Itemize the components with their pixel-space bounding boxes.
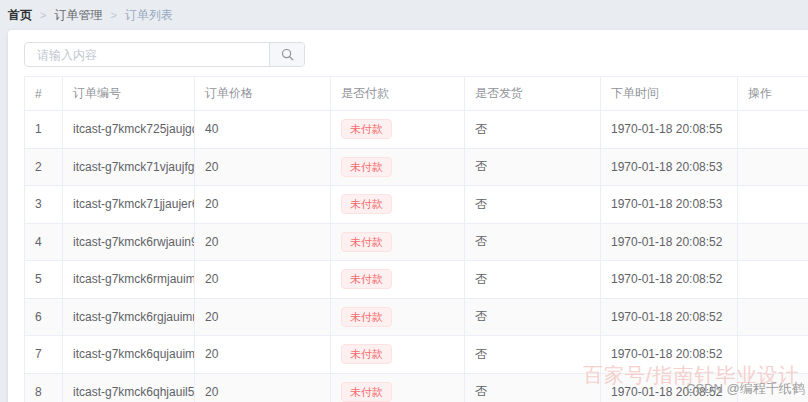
row-index: 6 <box>35 310 42 324</box>
row-index: 2 <box>35 160 42 174</box>
price-cell: 20 <box>195 148 331 186</box>
row-index-cell: 1 <box>25 111 63 149</box>
row-index-cell: 6 <box>25 298 63 336</box>
row-index: 5 <box>35 272 42 286</box>
price-cell: 20 <box>195 373 331 402</box>
order-time: 1970-01-18 20:08:52 <box>611 235 722 249</box>
content-card: # 订单编号 订单价格 是否付款 是否发货 下单时间 操作 1 itcast-g… <box>8 30 808 402</box>
price-cell: 20 <box>195 261 331 299</box>
order-no: itcast-g7kmck6rmjauimx8v <box>73 272 195 286</box>
breadcrumb-item-home[interactable]: 首页 <box>8 7 32 24</box>
order-time-cell: 1970-01-18 20:08:53 <box>601 186 738 224</box>
delivery-status: 否 <box>475 272 487 286</box>
table-row[interactable]: 6 itcast-g7kmck6rgjauimnw4 20 未付款 否 1970… <box>25 298 808 336</box>
pay-status-badge: 未付款 <box>341 307 392 327</box>
col-header-order-no: 订单编号 <box>63 77 195 111</box>
pay-status-badge: 未付款 <box>341 119 392 139</box>
pay-status-badge: 未付款 <box>341 194 392 214</box>
breadcrumb-separator-icon: > <box>40 9 46 21</box>
order-no: itcast-g7kmck71jjaujer6a <box>73 197 195 211</box>
order-no: itcast-g7kmck71vjaujfgoi <box>73 160 195 174</box>
row-index: 3 <box>35 197 42 211</box>
pay-status-cell: 未付款 <box>331 223 465 261</box>
row-index-cell: 3 <box>25 186 63 224</box>
order-time-cell: 1970-01-18 20:08:52 <box>601 223 738 261</box>
delivery-status: 否 <box>475 309 487 323</box>
order-time-cell: 1970-01-18 20:08:52 <box>601 336 738 374</box>
order-list-page: 首页 > 订单管理 > 订单列表 # <box>0 0 808 402</box>
table-row[interactable]: 8 itcast-g7kmck6qhjauil5g2 20 未付款 否 1970… <box>25 373 808 402</box>
delivery-status: 否 <box>475 347 487 361</box>
table-row[interactable]: 7 itcast-g7kmck6qujauim7bv 20 未付款 否 1970… <box>25 336 808 374</box>
pay-status-badge: 未付款 <box>341 344 392 364</box>
row-index: 4 <box>35 235 42 249</box>
actions-cell <box>738 336 808 374</box>
table-row[interactable]: 3 itcast-g7kmck71jjaujer6a 20 未付款 否 1970… <box>25 186 808 224</box>
order-no: itcast-g7kmck6qhjauil5g2 <box>73 385 195 399</box>
order-time-cell: 1970-01-18 20:08:52 <box>601 298 738 336</box>
row-index-cell: 2 <box>25 148 63 186</box>
pay-status-cell: 未付款 <box>331 186 465 224</box>
order-time: 1970-01-18 20:08:55 <box>611 122 722 136</box>
order-price: 20 <box>205 197 218 211</box>
order-price: 20 <box>205 310 218 324</box>
order-price: 20 <box>205 347 218 361</box>
order-time: 1970-01-18 20:08:53 <box>611 197 722 211</box>
actions-cell <box>738 223 808 261</box>
delivery-status-cell: 否 <box>465 111 601 149</box>
order-price: 20 <box>205 235 218 249</box>
pay-status-badge: 未付款 <box>341 232 392 252</box>
search-icon <box>281 48 294 61</box>
delivery-status-cell: 否 <box>465 261 601 299</box>
order-no-cell: itcast-g7kmck725jaujgdts <box>63 111 195 149</box>
row-index: 1 <box>35 122 42 136</box>
order-no-cell: itcast-g7kmck6qhjauil5g2 <box>63 373 195 402</box>
row-index-cell: 5 <box>25 261 63 299</box>
row-index: 8 <box>35 385 42 399</box>
price-cell: 20 <box>195 186 331 224</box>
col-header-actions: 操作 <box>738 77 808 111</box>
col-header-price: 订单价格 <box>195 77 331 111</box>
delivery-status: 否 <box>475 384 487 398</box>
breadcrumb-item-order-management[interactable]: 订单管理 <box>54 7 102 24</box>
order-price: 20 <box>205 160 218 174</box>
table-row[interactable]: 2 itcast-g7kmck71vjaujfgoi 20 未付款 否 1970… <box>25 148 808 186</box>
order-price: 20 <box>205 272 218 286</box>
price-cell: 20 <box>195 336 331 374</box>
breadcrumb: 首页 > 订单管理 > 订单列表 <box>8 0 173 30</box>
search-button[interactable] <box>269 43 304 66</box>
search-input[interactable] <box>25 43 269 66</box>
order-table-body: 1 itcast-g7kmck725jaujgdts 40 未付款 否 1970… <box>25 111 808 402</box>
col-header-order-time: 下单时间 <box>601 77 738 111</box>
breadcrumb-item-order-list: 订单列表 <box>125 7 173 24</box>
delivery-status-cell: 否 <box>465 298 601 336</box>
order-time: 1970-01-18 20:08:53 <box>611 160 722 174</box>
order-no: itcast-g7kmck6qujauim7bv <box>73 347 195 361</box>
delivery-status-cell: 否 <box>465 186 601 224</box>
row-index-cell: 7 <box>25 336 63 374</box>
row-index: 7 <box>35 347 42 361</box>
actions-cell <box>738 261 808 299</box>
delivery-status: 否 <box>475 197 487 211</box>
order-time-cell: 1970-01-18 20:08:53 <box>601 148 738 186</box>
table-row[interactable]: 1 itcast-g7kmck725jaujgdts 40 未付款 否 1970… <box>25 111 808 149</box>
row-index-cell: 8 <box>25 373 63 402</box>
table-row[interactable]: 4 itcast-g7kmck6rwjauin92y 20 未付款 否 1970… <box>25 223 808 261</box>
delivery-status-cell: 否 <box>465 223 601 261</box>
order-no-cell: itcast-g7kmck6rmjauimx8v <box>63 261 195 299</box>
pay-status-cell: 未付款 <box>331 111 465 149</box>
order-time: 1970-01-18 20:08:52 <box>611 310 722 324</box>
price-cell: 20 <box>195 223 331 261</box>
order-price: 40 <box>205 122 218 136</box>
pay-status-badge: 未付款 <box>341 382 392 402</box>
table-row[interactable]: 5 itcast-g7kmck6rmjauimx8v 20 未付款 否 1970… <box>25 261 808 299</box>
actions-cell <box>738 298 808 336</box>
order-no: itcast-g7kmck6rgjauimnw4 <box>73 310 195 324</box>
order-no-cell: itcast-g7kmck6qujauim7bv <box>63 336 195 374</box>
order-no-cell: itcast-g7kmck6rwjauin92y <box>63 223 195 261</box>
order-no-cell: itcast-g7kmck71vjaujfgoi <box>63 148 195 186</box>
delivery-status: 否 <box>475 234 487 248</box>
order-time-cell: 1970-01-18 20:08:55 <box>601 111 738 149</box>
order-no-cell: itcast-g7kmck6rgjauimnw4 <box>63 298 195 336</box>
pay-status-cell: 未付款 <box>331 148 465 186</box>
